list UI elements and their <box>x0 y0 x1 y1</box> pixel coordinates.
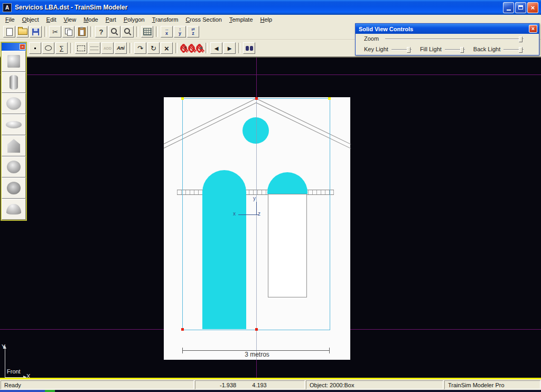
key-light-slider[interactable] <box>391 45 412 52</box>
menu-item-polygon[interactable]: Polygon <box>120 16 148 23</box>
selection-handle[interactable] <box>255 328 258 331</box>
shape-toolbox-buttons <box>2 51 26 220</box>
back-light-slider[interactable] <box>503 45 524 52</box>
selection-handle[interactable] <box>181 328 184 331</box>
animation-button[interactable] <box>115 42 127 54</box>
slider-thumb[interactable] <box>519 36 523 42</box>
find-button[interactable] <box>243 42 255 54</box>
origin-z-label: z <box>258 211 260 217</box>
fill-light-label: Fill Light <box>420 46 442 52</box>
arch-shape-button[interactable] <box>2 135 26 156</box>
help-button[interactable] <box>95 26 107 38</box>
status-bar: Ready -1.938 4.193 Object: 2000:Box Trai… <box>0 379 541 390</box>
next-button[interactable] <box>223 42 236 54</box>
zoom-out-button[interactable] <box>122 26 134 38</box>
arc-arrow-button[interactable] <box>134 42 146 54</box>
hide-x-button[interactable] <box>180 45 187 52</box>
slider-thumb[interactable] <box>407 47 411 53</box>
title-bar[interactable]: A Servicios LBA.dst - TrainSim Modeler × <box>0 0 541 15</box>
save-icon <box>32 29 39 35</box>
origin-y-axis-line <box>256 202 257 214</box>
paste-button[interactable] <box>76 26 88 38</box>
dark-sphere-shape-button[interactable] <box>2 178 26 199</box>
arch-shape-icon <box>7 139 20 153</box>
palette-titlebar[interactable]: Solid View Controls × <box>356 24 539 34</box>
ellipse-button[interactable] <box>42 42 54 54</box>
axis-z-button[interactable] <box>187 26 199 38</box>
hide-circle-button[interactable] <box>188 45 195 52</box>
selection-handle[interactable] <box>328 97 331 100</box>
slider-thumb[interactable] <box>519 47 523 53</box>
sigma-button[interactable] <box>55 42 68 54</box>
solid-view-controls-palette[interactable]: Solid View Controls × Zoom Key LightFill… <box>355 23 539 55</box>
add-button[interactable] <box>101 42 114 54</box>
menu-item-cross-section[interactable]: Cross Section <box>182 16 225 23</box>
measure-button[interactable] <box>88 42 100 54</box>
toolbar-separator <box>156 26 158 37</box>
palette-close-icon[interactable]: × <box>529 25 537 33</box>
grid-button[interactable] <box>141 26 153 38</box>
maximize-button[interactable] <box>515 2 526 13</box>
sigma-icon <box>59 44 64 52</box>
dark-sphere-shape-icon <box>7 182 21 194</box>
measure-icon <box>90 46 98 50</box>
selection-handle[interactable] <box>181 97 184 100</box>
save-button[interactable] <box>30 26 42 38</box>
menu-item-mode[interactable]: Mode <box>80 16 102 23</box>
view-axis-up-arrow-icon <box>3 345 6 349</box>
palette-light-row: Key LightFill LightBack Light <box>356 45 539 52</box>
menu-item-object[interactable]: Object <box>18 16 43 23</box>
rotate-button[interactable] <box>147 42 160 54</box>
toolbar-separator <box>175 43 178 53</box>
dome-shape-button[interactable] <box>2 199 26 220</box>
minimize-button[interactable] <box>503 2 514 13</box>
view-axis-y-line <box>5 349 5 378</box>
menu-item-template[interactable]: Template <box>226 16 257 23</box>
point-button[interactable] <box>29 42 41 54</box>
zoom-slider[interactable] <box>385 35 524 42</box>
menu-item-part[interactable]: Part <box>102 16 120 23</box>
paste-icon <box>78 27 86 36</box>
axis-z-icon <box>191 27 195 36</box>
slider-thumb[interactable] <box>460 47 464 53</box>
box-shape-button[interactable] <box>2 51 26 72</box>
zoom-label: Zoom <box>364 35 379 42</box>
rough-sphere-shape-button[interactable] <box>2 156 26 178</box>
new-icon <box>6 28 13 36</box>
new-button[interactable] <box>3 26 15 38</box>
menu-item-transform[interactable]: Transform <box>148 16 182 23</box>
selection-handle[interactable] <box>255 97 258 100</box>
shape-toolbox[interactable]: × <box>1 42 27 221</box>
disc-shape-button[interactable] <box>2 114 26 135</box>
open-button[interactable] <box>16 26 29 38</box>
toolbox-close-icon[interactable]: × <box>20 44 25 50</box>
cut-icon <box>52 28 58 36</box>
menu-item-file[interactable]: File <box>2 16 18 23</box>
shape-toolbox-titlebar[interactable]: × <box>2 43 26 51</box>
zoom-in-button[interactable] <box>108 26 120 38</box>
copy-icon <box>65 28 72 35</box>
prev-button[interactable] <box>210 42 222 54</box>
menu-item-view[interactable]: View <box>60 16 80 23</box>
axis-y-icon <box>179 27 181 36</box>
modeling-canvas[interactable]: 3 metros y x z Y Front X <box>0 57 541 379</box>
cylinder-shape-button[interactable] <box>2 72 26 93</box>
menu-item-edit[interactable]: Edit <box>43 16 60 23</box>
status-message: Ready <box>1 380 194 389</box>
axis-y-button[interactable] <box>174 26 186 38</box>
copy-button[interactable] <box>62 26 74 38</box>
cut-button[interactable] <box>49 26 61 38</box>
fill-light-slider[interactable] <box>445 45 465 52</box>
menu-item-help[interactable]: Help <box>257 16 276 23</box>
find-icon <box>245 45 254 51</box>
axis-x-button[interactable] <box>161 26 173 38</box>
view-axis-x-line <box>5 377 23 378</box>
hide-dot-button[interactable] <box>196 45 203 52</box>
reference-image: 3 metros y x z <box>164 97 350 360</box>
marquee-button[interactable] <box>75 42 87 54</box>
close-button[interactable]: × <box>527 2 538 13</box>
status-app-name: TrainSim Modeler Pro <box>444 380 540 389</box>
box-shape-icon <box>7 55 20 68</box>
sphere-shape-button[interactable] <box>2 93 26 114</box>
scale-button[interactable] <box>161 42 173 54</box>
